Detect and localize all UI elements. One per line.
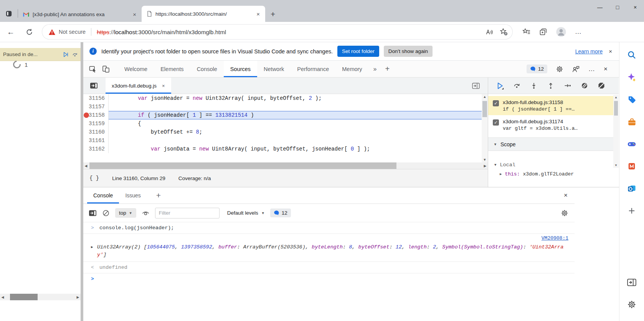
expand-object-icon[interactable]: ▶ (91, 243, 97, 259)
collections-icon[interactable] (539, 28, 547, 36)
tab-actions-button[interactable] (0, 6, 18, 21)
step-over-banner-icon[interactable] (72, 51, 78, 58)
file-tab-x3dom-full-debug[interactable]: x3dom-full.debug.js × (106, 78, 171, 94)
clear-console-icon[interactable] (102, 209, 110, 217)
browser-tab-localhost[interactable]: https://localhost:3000/src/main/ × (142, 6, 265, 22)
favorites-icon[interactable] (522, 28, 531, 36)
step-over-icon[interactable] (513, 82, 521, 89)
sidebar-search-icon[interactable] (626, 49, 637, 61)
breakpoint-checkbox[interactable]: ✓ (493, 100, 499, 106)
console-sidebar-icon[interactable] (89, 210, 97, 217)
browser-tab-gmail[interactable]: [x3d-public] An annotations exa × (18, 7, 142, 22)
sidebar-outlook-icon[interactable] (626, 183, 637, 194)
sidebar-copilot-icon[interactable] (626, 71, 637, 83)
live-expression-icon[interactable] (142, 210, 150, 217)
devtools-tab-performance[interactable]: Performance (291, 61, 335, 77)
sidebar-add-icon[interactable] (626, 205, 637, 217)
maximize-button[interactable]: □ (609, 0, 626, 15)
filter-input[interactable] (155, 208, 220, 218)
tab-close-icon[interactable]: × (131, 11, 138, 18)
sidebar-games-icon[interactable] (626, 138, 637, 150)
scroll-right-icon[interactable]: ▶ (75, 295, 81, 299)
editor-vertical-scrollbar[interactable]: ▲ ▼ (482, 94, 488, 162)
sidebar-settings-icon[interactable] (626, 299, 637, 310)
line-number[interactable]: 31159 (83, 119, 109, 128)
source-location-link[interactable]: VM20908:1 (542, 235, 568, 241)
console-close-icon[interactable]: × (564, 192, 575, 199)
devtools-tab-elements[interactable]: Elements (154, 61, 190, 77)
scrollbar-thumb[interactable] (10, 294, 38, 300)
new-tab-button[interactable]: + (265, 10, 281, 22)
device-toolbar-button[interactable] (99, 63, 112, 75)
tab-close-icon[interactable]: × (255, 11, 261, 17)
navigator-toggle-icon[interactable] (87, 80, 100, 91)
devtools-tab-console[interactable]: Console (190, 61, 224, 77)
issues-badge[interactable]: 12 (527, 65, 547, 73)
dont-show-again-button[interactable]: Don't show again (384, 46, 433, 57)
line-number[interactable]: 31156 (83, 94, 109, 103)
learn-more-link[interactable]: Learn more (575, 48, 603, 55)
sidebar-tools-icon[interactable] (626, 116, 637, 127)
close-button[interactable]: × (626, 0, 644, 15)
breakpoint-dot[interactable] (84, 113, 89, 118)
infobar-close-icon[interactable]: × (607, 48, 614, 55)
code-editor[interactable]: 31156 var jsonHeader = new Uint32Array( … (83, 94, 488, 162)
step-out-icon[interactable] (547, 82, 555, 89)
pretty-print-icon[interactable]: { } (89, 175, 99, 181)
line-number[interactable]: 31157 (83, 103, 109, 111)
url-text[interactable]: https://localhost:3000/src/main/html/x3d… (97, 29, 485, 35)
scrollbar-thumb[interactable] (482, 101, 487, 117)
console-drawer-tab-issues[interactable]: Issues (119, 187, 147, 204)
console-prompt[interactable]: > (83, 273, 575, 285)
devtools-tab-network[interactable]: Network (257, 61, 291, 77)
inspect-element-button[interactable] (86, 63, 99, 75)
console-settings-icon[interactable] (561, 209, 575, 217)
add-tab-icon[interactable]: + (381, 65, 394, 73)
scroll-up-icon[interactable]: ▲ (482, 95, 488, 99)
console-issues-badge[interactable]: 12 (270, 208, 291, 217)
profile-avatar[interactable] (556, 26, 566, 37)
breakpoints-scrollbar[interactable]: ▲ ▼ (613, 95, 619, 168)
pause-on-exceptions-icon[interactable] (598, 82, 605, 89)
devtools-tab-sources[interactable]: Sources (224, 61, 257, 77)
settings-more-icon[interactable]: … (575, 28, 582, 36)
editor-horizontal-scrollbar[interactable]: ◀ ▶ (83, 162, 488, 169)
address-bar[interactable]: Not secure https://localhost:3000/src/ma… (42, 25, 512, 39)
scroll-left-icon[interactable]: ◀ (83, 164, 89, 168)
object-preview[interactable]: Uint32Array(2) [105644075, 1397358592, b… (97, 243, 568, 259)
add-drawer-tab-icon[interactable]: + (147, 191, 170, 200)
resume-icon[interactable] (496, 82, 504, 90)
back-button[interactable]: ← (3, 25, 18, 39)
console-drawer-tab-console[interactable]: Console (87, 187, 119, 204)
line-number[interactable]: 31158 (83, 111, 109, 119)
line-number[interactable]: 31160 (83, 128, 109, 136)
read-aloud-icon[interactable] (485, 28, 494, 36)
scroll-down-icon[interactable]: ▼ (482, 158, 488, 162)
scroll-down-icon[interactable]: ▼ (613, 164, 619, 167)
devtools-close-icon[interactable]: × (604, 65, 608, 73)
deactivate-breakpoints-icon[interactable] (581, 82, 588, 89)
scrollbar-thumb[interactable] (614, 101, 618, 116)
sidebar-shopping-icon[interactable] (626, 94, 637, 105)
devtools-tab-welcome[interactable]: Welcome (118, 61, 154, 77)
scroll-up-icon[interactable]: ▲ (613, 96, 619, 99)
devtools-settings-icon[interactable] (556, 65, 563, 73)
sidebar-toggle-icon[interactable] (626, 276, 637, 288)
feedback-icon[interactable] (572, 65, 580, 73)
add-favorite-icon[interactable] (500, 28, 508, 36)
refresh-button[interactable] (21, 25, 37, 39)
sidebar-office-icon[interactable] (626, 160, 637, 172)
set-root-folder-button[interactable]: Set root folder (337, 46, 379, 57)
devtools-more-icon[interactable]: … (588, 65, 595, 73)
scrollbar-thumb[interactable] (89, 162, 396, 169)
scroll-left-icon[interactable]: ◀ (0, 295, 5, 299)
resume-script-icon[interactable] (63, 51, 69, 58)
scope-section-header[interactable]: ▼ Scope (488, 137, 619, 151)
breakpoint-checkbox[interactable]: ✓ (493, 119, 499, 126)
step-into-icon[interactable] (530, 82, 538, 89)
scroll-right-icon[interactable]: ▶ (482, 164, 488, 168)
breakpoint-entry[interactable]: ✓ x3dom-full.debug.js:31158 if ( jsonHea… (488, 96, 619, 115)
devtools-tab-memory[interactable]: Memory (335, 61, 368, 77)
scope-this-row[interactable]: ▶ this: x3dom.glTF2Loader (488, 169, 619, 177)
scope-local-row[interactable]: ▼ Local (488, 159, 619, 169)
